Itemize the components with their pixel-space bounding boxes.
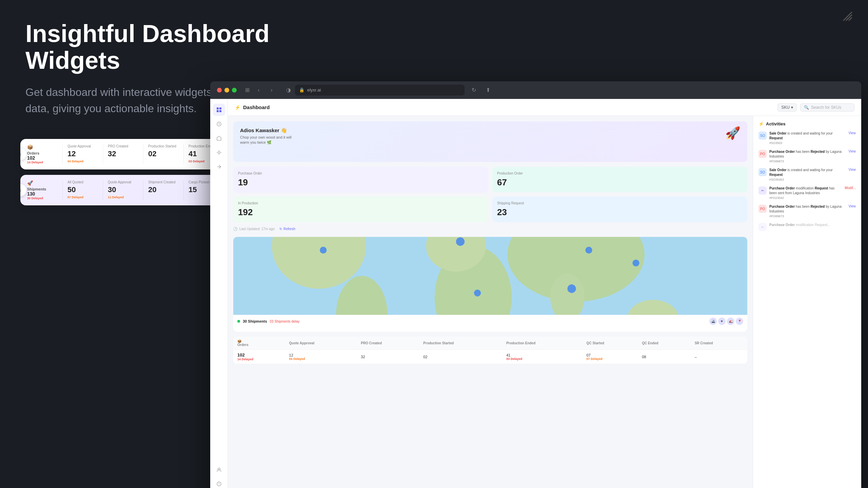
svg-point-8 (218, 151, 220, 154)
activity-text-6: Purchase Order modification Request... (769, 223, 856, 227)
browser-right-icons: ↻ ⬆ (469, 85, 494, 95)
activity-item-4: ✏ Purchase Order modification Request ha… (758, 186, 856, 200)
aq-delayed: 07 Delayed (67, 196, 98, 199)
sidebar-item-bottom-1[interactable] (213, 464, 225, 476)
td-src: – (691, 350, 747, 364)
orders-widget: ‹ 📦 Orders 102 14 Delayed Quote Approval… (20, 139, 231, 169)
orders-table: 📦 Orders Quote Approval PRO Created Prod… (233, 337, 747, 364)
td-qa: 12 04 Delayed (285, 350, 357, 364)
col-header-orders: 📦 Orders (233, 337, 285, 350)
pe-delayed-value: 03 Delayed (506, 357, 578, 361)
minimize-button[interactable] (224, 88, 229, 93)
activities-label: Activities (766, 121, 786, 126)
sidebar-item-1[interactable] (213, 118, 225, 130)
dashboard-inner: Adios Kawasker 👋 Chop your own wood and … (228, 116, 861, 488)
svg-point-25 (320, 247, 327, 253)
map-icon-4: 📍 (736, 318, 743, 325)
search-bar[interactable]: 🔍 Search for SKUs (800, 103, 854, 111)
pc-label: PRO Created (108, 144, 138, 148)
map-background: + − ⤢ (233, 237, 747, 315)
back-button[interactable]: ‹ (254, 85, 264, 95)
svg-rect-6 (219, 110, 221, 112)
reload-button[interactable]: ↻ (469, 85, 479, 95)
shipment-created-item: Shipment Created 20 (143, 180, 184, 200)
sidebar-item-dashboard[interactable] (213, 104, 225, 116)
svg-line-1 (846, 15, 852, 20)
ps-label: Production Started (148, 144, 179, 148)
activity-text-2: Purchase Order has been Rejected by Lagu… (769, 149, 846, 159)
col-header-qcs: QC Started (583, 337, 638, 350)
theme-toggle-button[interactable]: ◑ (283, 85, 294, 95)
dashboard-icon: ⚡ (235, 105, 240, 110)
shipments-icon: 🚀 (27, 180, 58, 186)
address-bar[interactable]: 🔒 elyxr.ai (295, 85, 465, 96)
sku-label: SKU (781, 105, 790, 110)
lock-icon: 🔒 (299, 87, 304, 93)
activity-content-6: Purchase Order modification Request... (769, 223, 856, 227)
activity-view-1[interactable]: View (849, 131, 856, 135)
ps-value: 02 (148, 149, 179, 158)
orders-delayed: 14 Delayed (27, 161, 58, 164)
td-pe: 41 03 Delayed (502, 350, 582, 364)
share-button[interactable]: ⬆ (483, 85, 493, 95)
welcome-text: Adios Kawasker 👋 Chop your own wood and … (240, 127, 301, 145)
welcome-greeting: Adios Kawasker 👋 (240, 127, 301, 134)
timestamp-text: Last Updated: 17m ago (239, 227, 275, 231)
nav-arrow-left-2[interactable]: ‹ (20, 184, 26, 196)
map-footer: 30 Shipments 03 Shipments delay 🚢 ✈ 🚛 📍 (233, 315, 747, 328)
shipments-main-item: 🚀 Shipments 130 30 Delayed (27, 180, 63, 200)
activity-id-3: #SO35453 (769, 178, 846, 181)
qa-label: Quote Approval (67, 144, 98, 148)
qa2-label: Quote Approval (108, 180, 138, 184)
left-panel: Adios Kawasker 👋 Chop your own wood and … (228, 116, 753, 488)
sc-label: Shipment Created (148, 180, 179, 184)
activity-view-3[interactable]: View (849, 168, 856, 171)
nav-buttons: ‹ › (254, 85, 278, 95)
sidebar-item-3[interactable] (213, 146, 225, 159)
nav-arrow-left[interactable]: ‹ (20, 148, 26, 160)
activity-item-6: ✏ Purchase Order modification Request... (758, 223, 856, 231)
shipments-delayed: 30 Delayed (27, 197, 58, 200)
refresh-icon: ↻ (279, 227, 282, 231)
orders-table-icon: 📦 (237, 339, 281, 343)
in-production-value: 192 (238, 207, 484, 218)
orders-label: Orders (27, 151, 58, 155)
orders-main-item: 📦 Orders 102 14 Delayed (27, 144, 63, 164)
svg-rect-4 (219, 107, 221, 109)
svg-line-2 (849, 18, 852, 20)
map-card: + − ⤢ 30 Shipments 03 Shipments d (233, 237, 747, 332)
dashboard-title: ⚡ Dashboard (235, 104, 270, 110)
activity-view-5[interactable]: View (849, 204, 856, 208)
sidebar-item-bottom-2[interactable] (213, 478, 225, 488)
activity-id-1: #SO3503 (769, 141, 846, 145)
qa-delayed: 04 Delayed (67, 160, 98, 163)
shipments-widget: ‹ 🚀 Shipments 130 30 Delayed All Quoted … (20, 175, 231, 205)
sidebar-item-2[interactable] (213, 132, 225, 144)
sku-selector[interactable]: SKU ▾ (777, 103, 797, 111)
svg-point-21 (585, 247, 592, 253)
refresh-button[interactable]: ↻ Refresh (279, 227, 295, 231)
sidebar-item-4[interactable] (213, 161, 225, 173)
activity-view-2[interactable]: View (849, 149, 856, 153)
activity-modify-4[interactable]: Modif... (845, 186, 856, 190)
td-qce: 08 (638, 350, 690, 364)
close-button[interactable] (217, 88, 222, 93)
dashboard-label: Dashboard (243, 104, 270, 110)
table-row: 102 14 Delayed 12 04 Delayed 32 02 (233, 350, 747, 364)
col-header-qce: QC Ended (638, 337, 690, 350)
forward-button[interactable]: › (267, 85, 277, 95)
svg-rect-3 (217, 107, 219, 109)
aq-label: All Quoted (67, 180, 98, 184)
map-icon-group: 🚢 ✈ 🚛 📍 (709, 318, 743, 325)
lightning-icon: ⚡ (758, 121, 764, 126)
rocket-icon: 🚀 (725, 126, 741, 140)
browser-window: ⊞ ‹ › ◑ 🔒 elyxr.ai ↻ ⬆ (210, 81, 861, 488)
maximize-button[interactable] (232, 88, 237, 93)
pro-created-item: PRO Created 32 (103, 144, 143, 164)
search-icon: 🔍 (804, 105, 809, 110)
url-text: elyxr.ai (307, 87, 321, 93)
qa2-delayed: 11 Delayed (108, 196, 138, 199)
activity-text-4: Purchase Order modification Request has … (769, 186, 842, 196)
activity-item-3: SO Sale Order is created and waiting for… (758, 168, 856, 181)
sidebar-toggle-button[interactable]: ⊞ (242, 85, 252, 95)
